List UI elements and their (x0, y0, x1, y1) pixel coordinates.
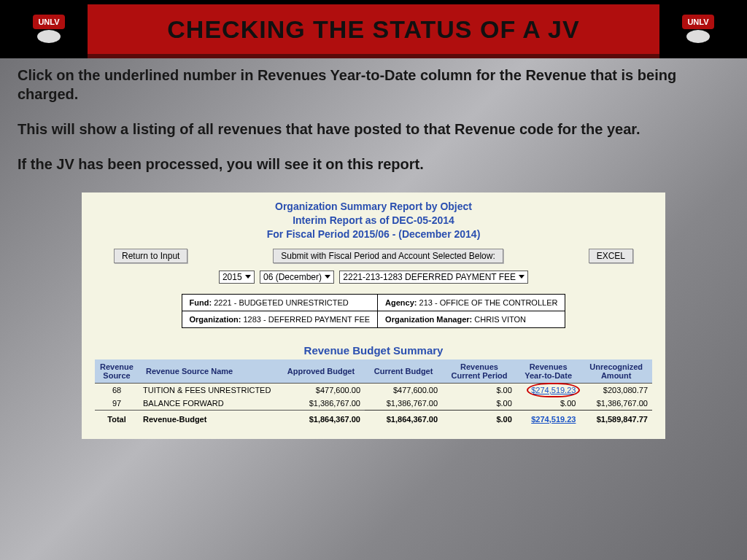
year-select[interactable]: 2015 (219, 271, 255, 284)
report-title-line-3: For Fiscal Period 2015/06 - (December 20… (267, 228, 481, 240)
table-row: 68TUITION & FEES UNRESTRICTED$477,600.00… (95, 383, 652, 397)
submit-button[interactable]: Submit with Fiscal Period and Account Se… (273, 249, 503, 263)
agency-label: Agency: (385, 298, 417, 307)
col-unrec-2: Amount (601, 371, 632, 380)
col-rev-cur-1: Revenues (460, 362, 498, 371)
row-approved: $1,386,767.00 (277, 397, 365, 411)
instructions: Click on the underlined number in Revenu… (0, 58, 747, 192)
report-title: Organization Summary Report by Object In… (95, 200, 652, 241)
col-approved-budget: Approved Budget (277, 359, 365, 384)
period-select[interactable]: 06 (December) (260, 271, 334, 284)
row-current: $477,600.00 (365, 383, 442, 397)
svg-text:UNLV: UNLV (38, 18, 60, 26)
return-to-input-button[interactable]: Return to Input (114, 249, 187, 263)
report-title-line-1: Organization Summary Report by Object (275, 201, 472, 212)
row-current: $1,386,767.00 (365, 397, 442, 411)
fund-label: Fund: (190, 298, 212, 307)
table-row: 97BALANCE FORWARD$1,386,767.00$1,386,767… (95, 397, 652, 411)
col-rev-ytd-1: Revenues (530, 362, 568, 371)
total-approved: $1,864,367.00 (277, 410, 365, 426)
manager-value: CHRIS VITON (474, 315, 526, 324)
col-unrec-1: Unrecognized (589, 362, 643, 371)
agency-value: 213 - OFFICE OF THE CONTROLLER (419, 298, 558, 307)
total-label: Total (95, 410, 139, 426)
ytd-link[interactable]: $274,519.23 (531, 386, 576, 394)
total-unrec: $1,589,847.77 (580, 410, 652, 426)
row-approved: $477,600.00 (277, 383, 365, 397)
report-panel: Organization Summary Report by Object In… (82, 192, 665, 439)
instruction-line-2: This will show a listing of all revenues… (18, 120, 729, 139)
fund-value: 2221 - BUDGETED UNRESTRICTED (214, 298, 349, 307)
organization-label: Organization: (190, 315, 241, 324)
logo-left: UNLV (18, 0, 80, 58)
report-title-line-2: Interim Report as of DEC-05-2014 (293, 214, 454, 226)
excel-button[interactable]: EXCEL (589, 249, 633, 263)
logo-right: UNLV (667, 0, 729, 58)
organization-value: 1283 - DEFERRED PAYMENT FEE (243, 315, 370, 324)
account-select[interactable]: 2221-213-1283 DEFERRED PAYMENT FEE (339, 271, 528, 284)
row-name: BALANCE FORWARD (139, 397, 277, 411)
row-name: TUITION & FEES UNRESTRICTED (139, 383, 277, 397)
instruction-line-1: Click on the underlined number in Revenu… (18, 66, 729, 104)
row-unrec: $203,080.77 (580, 383, 652, 397)
info-table: Fund: 2221 - BUDGETED UNRESTRICTED Agenc… (182, 294, 566, 328)
row-cur-period: $.00 (442, 383, 516, 397)
row-source: 97 (95, 397, 139, 411)
total-current: $1,864,367.00 (365, 410, 442, 426)
select-row: 2015 06 (December) 2221-213-1283 DEFERRE… (95, 271, 652, 284)
col-current-budget: Current Budget (365, 359, 442, 384)
col-rev-cur-2: Current Period (451, 371, 507, 380)
row-source: 68 (95, 383, 139, 397)
header-bar: UNLV CHECKING THE STATUS OF A JV UNLV (0, 0, 747, 58)
col-revenue-source-1: Revenue (100, 362, 133, 371)
row-cur-period: $.00 (442, 397, 516, 411)
page-title: CHECKING THE STATUS OF A JV (167, 15, 579, 44)
col-rev-ytd-2: Year-to-Date (525, 371, 572, 380)
row-ytd: $.00 (516, 397, 581, 411)
manager-label: Organization Manager: (385, 315, 472, 324)
total-ytd-link[interactable]: $274,519.23 (531, 415, 576, 424)
revenue-table: RevenueSource Revenue Source Name Approv… (95, 359, 652, 426)
total-cur-period: $.00 (442, 410, 516, 426)
svg-text:UNLV: UNLV (687, 18, 709, 26)
svg-point-5 (686, 30, 710, 43)
svg-point-2 (37, 30, 61, 43)
col-revenue-source-2: Source (103, 371, 130, 380)
button-row: Return to Input Submit with Fiscal Perio… (114, 249, 633, 263)
section-title: Revenue Budget Summary (95, 344, 652, 357)
col-source-name: Revenue Source Name (139, 359, 277, 384)
row-ytd: $274,519.23 (516, 383, 581, 397)
instruction-line-3: If the JV has been processed, you will s… (18, 155, 729, 174)
title-band: CHECKING THE STATUS OF A JV (88, 4, 659, 58)
row-unrec: $1,386,767.00 (580, 397, 652, 411)
total-name: Revenue-Budget (139, 410, 277, 426)
